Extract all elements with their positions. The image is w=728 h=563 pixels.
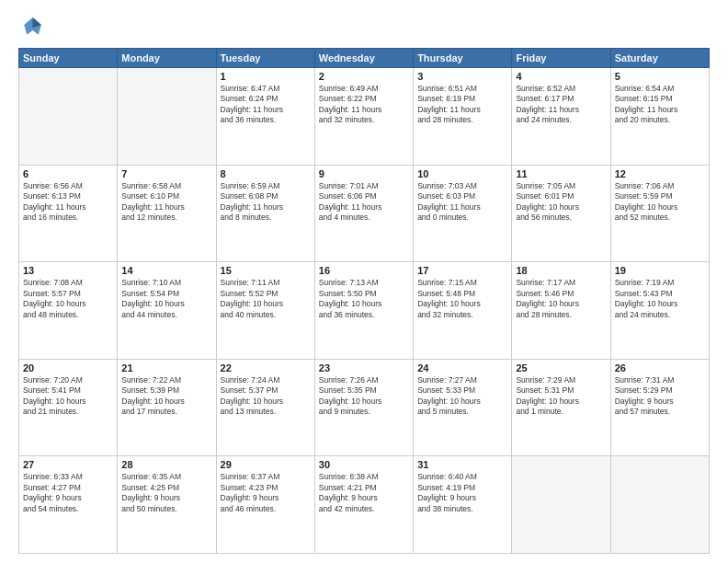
day-number: 26 (615, 362, 705, 373)
day-info: Sunrise: 7:01 AM Sunset: 6:06 PM Dayligh… (319, 181, 409, 224)
calendar-cell: 17Sunrise: 7:15 AM Sunset: 5:48 PM Dayli… (414, 262, 512, 360)
calendar-cell: 24Sunrise: 7:27 AM Sunset: 5:33 PM Dayli… (414, 359, 512, 456)
day-number: 14 (121, 265, 211, 276)
calendar-week-row: 27Sunrise: 6:33 AM Sunset: 4:27 PM Dayli… (19, 456, 710, 554)
calendar-cell: 6Sunrise: 6:56 AM Sunset: 6:13 PM Daylig… (19, 165, 118, 262)
calendar-cell: 31Sunrise: 6:40 AM Sunset: 4:19 PM Dayli… (414, 456, 512, 554)
day-info: Sunrise: 7:06 AM Sunset: 5:59 PM Dayligh… (615, 181, 705, 224)
calendar-cell: 14Sunrise: 7:10 AM Sunset: 5:54 PM Dayli… (118, 262, 216, 360)
calendar-cell: 9Sunrise: 7:01 AM Sunset: 6:06 PM Daylig… (314, 165, 413, 262)
day-number: 31 (417, 459, 507, 470)
day-number: 4 (516, 71, 606, 82)
calendar-cell: 15Sunrise: 7:11 AM Sunset: 5:52 PM Dayli… (216, 262, 314, 360)
day-info: Sunrise: 7:24 AM Sunset: 5:37 PM Dayligh… (221, 375, 311, 418)
day-number: 17 (417, 265, 507, 276)
calendar-cell: 26Sunrise: 7:31 AM Sunset: 5:29 PM Dayli… (610, 359, 709, 456)
day-info: Sunrise: 6:56 AM Sunset: 6:13 PM Dayligh… (23, 181, 113, 224)
day-info: Sunrise: 6:47 AM Sunset: 6:24 PM Dayligh… (221, 84, 311, 126)
day-info: Sunrise: 7:10 AM Sunset: 5:54 PM Dayligh… (121, 278, 211, 320)
day-of-week-header: Thursday (414, 49, 512, 68)
calendar-cell: 4Sunrise: 6:52 AM Sunset: 6:17 PM Daylig… (512, 68, 610, 166)
day-info: Sunrise: 6:58 AM Sunset: 6:10 PM Dayligh… (121, 181, 211, 224)
day-of-week-header: Wednesday (314, 49, 413, 68)
calendar-cell: 27Sunrise: 6:33 AM Sunset: 4:27 PM Dayli… (19, 456, 118, 554)
day-of-week-header: Saturday (610, 49, 709, 68)
day-number: 28 (121, 459, 211, 470)
day-number: 11 (516, 168, 606, 179)
day-info: Sunrise: 7:22 AM Sunset: 5:39 PM Dayligh… (121, 375, 211, 418)
day-of-week-header: Sunday (19, 49, 118, 68)
calendar-cell: 8Sunrise: 6:59 AM Sunset: 6:08 PM Daylig… (216, 165, 314, 262)
day-info: Sunrise: 7:27 AM Sunset: 5:33 PM Dayligh… (417, 375, 507, 418)
day-info: Sunrise: 6:51 AM Sunset: 6:19 PM Dayligh… (417, 84, 507, 126)
day-info: Sunrise: 7:03 AM Sunset: 6:03 PM Dayligh… (417, 181, 507, 224)
calendar-header-row: SundayMondayTuesdayWednesdayThursdayFrid… (19, 49, 710, 68)
day-number: 6 (23, 168, 113, 179)
day-number: 18 (516, 265, 606, 276)
day-number: 16 (319, 265, 409, 276)
day-info: Sunrise: 7:08 AM Sunset: 5:57 PM Dayligh… (23, 278, 113, 320)
calendar-cell: 23Sunrise: 7:26 AM Sunset: 5:35 PM Dayli… (314, 359, 413, 456)
calendar-week-row: 20Sunrise: 7:20 AM Sunset: 5:41 PM Dayli… (19, 359, 710, 456)
calendar-cell (610, 456, 709, 554)
logo (18, 15, 48, 40)
calendar-cell: 30Sunrise: 6:38 AM Sunset: 4:21 PM Dayli… (314, 456, 413, 554)
calendar-cell: 2Sunrise: 6:49 AM Sunset: 6:22 PM Daylig… (314, 68, 413, 166)
day-info: Sunrise: 7:26 AM Sunset: 5:35 PM Dayligh… (319, 375, 409, 418)
day-info: Sunrise: 6:40 AM Sunset: 4:19 PM Dayligh… (417, 472, 507, 514)
day-number: 19 (615, 265, 705, 276)
day-number: 10 (417, 168, 507, 179)
day-number: 22 (221, 362, 311, 373)
calendar: SundayMondayTuesdayWednesdayThursdayFrid… (18, 48, 710, 554)
day-number: 3 (417, 71, 507, 82)
day-info: Sunrise: 7:19 AM Sunset: 5:43 PM Dayligh… (615, 278, 705, 320)
day-info: Sunrise: 7:31 AM Sunset: 5:29 PM Dayligh… (615, 375, 705, 418)
day-number: 7 (121, 168, 211, 179)
calendar-cell (19, 68, 118, 166)
calendar-cell: 7Sunrise: 6:58 AM Sunset: 6:10 PM Daylig… (118, 165, 216, 262)
day-number: 21 (121, 362, 211, 373)
day-number: 25 (516, 362, 606, 373)
day-info: Sunrise: 6:59 AM Sunset: 6:08 PM Dayligh… (221, 181, 311, 224)
calendar-week-row: 6Sunrise: 6:56 AM Sunset: 6:13 PM Daylig… (19, 165, 710, 262)
calendar-cell: 20Sunrise: 7:20 AM Sunset: 5:41 PM Dayli… (19, 359, 118, 456)
day-info: Sunrise: 6:35 AM Sunset: 4:25 PM Dayligh… (121, 472, 211, 514)
calendar-cell: 12Sunrise: 7:06 AM Sunset: 5:59 PM Dayli… (610, 165, 709, 262)
calendar-cell: 28Sunrise: 6:35 AM Sunset: 4:25 PM Dayli… (118, 456, 216, 554)
calendar-cell: 10Sunrise: 7:03 AM Sunset: 6:03 PM Dayli… (414, 165, 512, 262)
day-info: Sunrise: 7:17 AM Sunset: 5:46 PM Dayligh… (516, 278, 606, 320)
day-info: Sunrise: 6:33 AM Sunset: 4:27 PM Dayligh… (23, 472, 113, 514)
day-of-week-header: Friday (512, 49, 610, 68)
day-info: Sunrise: 7:13 AM Sunset: 5:50 PM Dayligh… (319, 278, 409, 320)
day-info: Sunrise: 6:38 AM Sunset: 4:21 PM Dayligh… (319, 472, 409, 514)
day-info: Sunrise: 7:11 AM Sunset: 5:52 PM Dayligh… (221, 278, 311, 320)
calendar-cell: 5Sunrise: 6:54 AM Sunset: 6:15 PM Daylig… (610, 68, 709, 166)
calendar-cell: 11Sunrise: 7:05 AM Sunset: 6:01 PM Dayli… (512, 165, 610, 262)
day-number: 1 (221, 71, 311, 82)
calendar-cell: 1Sunrise: 6:47 AM Sunset: 6:24 PM Daylig… (216, 68, 314, 166)
day-number: 12 (615, 168, 705, 179)
day-number: 29 (221, 459, 311, 470)
page: SundayMondayTuesdayWednesdayThursdayFrid… (0, 0, 728, 563)
day-number: 8 (221, 168, 311, 179)
day-number: 2 (319, 71, 409, 82)
calendar-cell: 29Sunrise: 6:37 AM Sunset: 4:23 PM Dayli… (216, 456, 314, 554)
day-info: Sunrise: 6:52 AM Sunset: 6:17 PM Dayligh… (516, 84, 606, 126)
day-number: 27 (23, 459, 113, 470)
day-number: 9 (319, 168, 409, 179)
day-info: Sunrise: 6:54 AM Sunset: 6:15 PM Dayligh… (615, 84, 705, 126)
calendar-cell (118, 68, 216, 166)
calendar-cell: 16Sunrise: 7:13 AM Sunset: 5:50 PM Dayli… (314, 262, 413, 360)
day-info: Sunrise: 6:37 AM Sunset: 4:23 PM Dayligh… (221, 472, 311, 514)
day-info: Sunrise: 7:05 AM Sunset: 6:01 PM Dayligh… (516, 181, 606, 224)
calendar-cell: 3Sunrise: 6:51 AM Sunset: 6:19 PM Daylig… (414, 68, 512, 166)
day-info: Sunrise: 6:49 AM Sunset: 6:22 PM Dayligh… (319, 84, 409, 126)
day-number: 5 (615, 71, 705, 82)
day-number: 15 (221, 265, 311, 276)
calendar-week-row: 13Sunrise: 7:08 AM Sunset: 5:57 PM Dayli… (19, 262, 710, 360)
day-number: 23 (319, 362, 409, 373)
day-of-week-header: Tuesday (216, 49, 314, 68)
day-info: Sunrise: 7:20 AM Sunset: 5:41 PM Dayligh… (23, 375, 113, 418)
calendar-cell: 25Sunrise: 7:29 AM Sunset: 5:31 PM Dayli… (512, 359, 610, 456)
calendar-cell: 21Sunrise: 7:22 AM Sunset: 5:39 PM Dayli… (118, 359, 216, 456)
